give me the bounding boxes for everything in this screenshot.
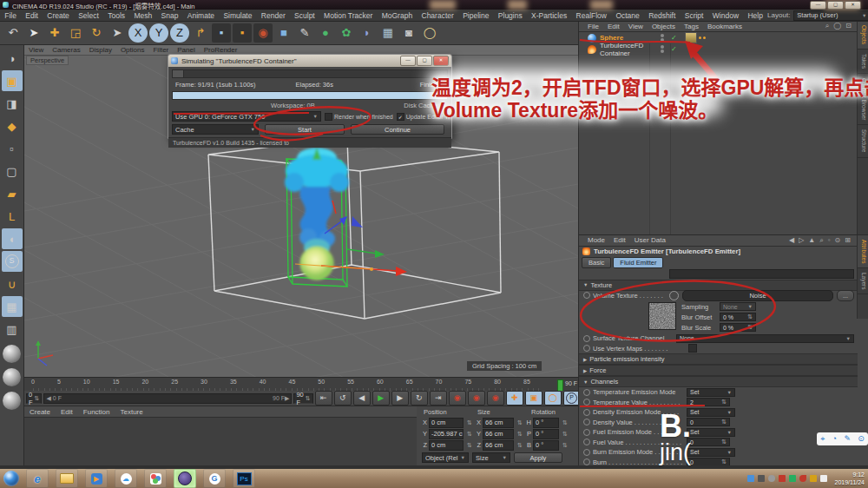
points-mode-icon[interactable]: ▫ <box>2 138 23 159</box>
sampling-select[interactable]: None▼ <box>720 302 756 311</box>
forward-icon[interactable]: ▷ <box>798 236 805 245</box>
lock-z-icon[interactable]: Z <box>170 23 189 43</box>
screenshot-toolbar[interactable]: ⌖◔✎⊙ <box>817 432 868 445</box>
attribute-tab[interactable]: Fluid Emitter <box>613 257 663 268</box>
material-sphere-icon[interactable] <box>3 392 21 410</box>
dialog-titlebar[interactable]: Simulating "TurbulenceFD Container" — ▢ … <box>168 55 451 67</box>
menu-item[interactable]: MoGraph <box>378 11 418 20</box>
menu-item[interactable]: Simulate <box>219 11 256 20</box>
taskbar-qq-browser[interactable]: ☁ <box>115 469 137 488</box>
anim-dot-icon[interactable] <box>583 292 590 299</box>
panel-tab[interactable]: Structure <box>858 125 868 157</box>
taskbar-app[interactable] <box>144 469 167 488</box>
om-menu-item[interactable]: Bookmarks <box>703 23 746 30</box>
dialog-close-button[interactable]: ✕ <box>433 56 449 66</box>
channel-value-field[interactable]: 2⇅ <box>687 398 730 406</box>
deformer-icon[interactable]: ◗ <box>358 23 377 43</box>
model-mode-icon[interactable]: ▣ <box>2 70 23 91</box>
texture-mode-icon[interactable]: ◨ <box>2 93 23 114</box>
filter-icon[interactable]: ◯ <box>832 22 842 30</box>
menu-item[interactable]: Create <box>43 11 74 20</box>
taskbar-cinema4d[interactable] <box>174 469 196 488</box>
render-picture-viewer-icon[interactable]: ▪ <box>233 23 252 43</box>
menu-item[interactable]: Redshift <box>644 11 681 20</box>
layout-select[interactable]: Startup (User)▼ <box>793 10 868 21</box>
am-menu-item[interactable]: Mode <box>583 236 609 244</box>
menu-item[interactable]: Sculpt <box>290 11 319 20</box>
snap-icon[interactable]: S <box>2 251 23 272</box>
channel-mode-select[interactable]: Set▼ <box>687 388 735 397</box>
menu-item[interactable]: Snap <box>156 11 182 20</box>
menu-item[interactable]: X-Particles <box>527 11 571 20</box>
material-menu-item[interactable]: Edit <box>56 408 78 416</box>
clock[interactable]: 9:12 2019/11/24 <box>831 471 865 486</box>
channel-mode-select[interactable]: Set▼ <box>687 428 735 437</box>
viewport-menu-item[interactable]: Cameras <box>48 46 84 54</box>
material-menu-item[interactable]: Function <box>78 408 115 416</box>
panel-tab[interactable]: Takes <box>858 49 868 74</box>
coord-mode-select[interactable]: Object (Rel▼ <box>422 452 469 463</box>
tfd-simulation-dialog[interactable]: Simulating "TurbulenceFD Container" — ▢ … <box>168 54 452 139</box>
volume-texture-shader[interactable]: Noise <box>682 290 833 301</box>
position-field[interactable]: 0 cm <box>429 440 464 451</box>
frame-range-slider[interactable]: ◀0 F 90 F▶ <box>43 393 292 404</box>
key-position-button[interactable]: ✚ <box>506 391 523 406</box>
material-menu-item[interactable]: Create <box>24 408 56 416</box>
rotation-field[interactable]: 0 ° <box>533 429 559 439</box>
prev-key-button[interactable]: ◀ <box>353 391 371 406</box>
record-button[interactable]: ◉ <box>449 391 466 406</box>
viewport-menu-item[interactable]: Panel <box>173 46 199 54</box>
loop-mode-button[interactable]: ↺ <box>334 391 352 406</box>
panel-tab[interactable]: Objects <box>858 21 868 49</box>
dialog-maximize-button[interactable]: ▢ <box>417 56 432 66</box>
om-menu-item[interactable]: Tags <box>680 23 703 30</box>
use-vertex-maps-checkbox[interactable] <box>688 344 697 353</box>
tray-icon[interactable] <box>779 475 786 482</box>
go-start-button[interactable]: ⇤ <box>315 391 332 406</box>
render-when-finished-checkbox[interactable]: Render when finished <box>325 113 393 121</box>
light-icon[interactable]: ◯ <box>420 23 439 43</box>
lock-workplane-icon[interactable]: ▦ <box>2 296 23 317</box>
TurbulenceFD Container[interactable]: TurbulenceFD Container ✓ <box>579 43 868 55</box>
position-field[interactable]: -205.987 cm <box>429 429 464 439</box>
polygons-mode-icon[interactable]: ▰ <box>2 183 23 204</box>
menu-item[interactable]: Animate <box>183 11 220 20</box>
viewport-menu-item[interactable]: Filter <box>148 46 173 54</box>
channel-mode-select[interactable]: Set▼ <box>687 408 735 417</box>
edges-mode-icon[interactable]: ▢ <box>2 161 23 181</box>
apply-button[interactable]: Apply <box>514 452 562 463</box>
size-field[interactable]: 66 cm <box>483 418 514 428</box>
tray-icon[interactable] <box>768 475 775 482</box>
coord-system-icon[interactable]: ↱ <box>191 23 210 43</box>
channel-value-field[interactable]: 0⇅ <box>687 418 730 426</box>
menu-item[interactable]: Mesh <box>129 11 156 20</box>
om-menu-item[interactable]: Objects <box>648 23 680 30</box>
coord-size-select[interactable]: Size▼ <box>472 452 510 463</box>
new-panel-icon[interactable]: ⊞ <box>844 236 852 245</box>
section-channels[interactable]: ▼Channels <box>579 376 858 387</box>
keyframe-selection-button[interactable]: ◉ <box>487 391 504 406</box>
surface-texture-select[interactable]: None▼ <box>676 334 854 343</box>
tfd-emitter-tag-icon[interactable] <box>685 32 697 43</box>
blur-offset-field[interactable]: 0 %⇅ <box>720 313 756 321</box>
start-button[interactable] <box>3 471 19 486</box>
menu-item[interactable]: Window <box>708 11 744 20</box>
lock-icon[interactable]: ◦ <box>827 236 832 245</box>
move-icon[interactable]: ✚ <box>45 23 64 43</box>
size-field[interactable]: 66 cm <box>483 429 514 439</box>
section-particle-emission[interactable]: ▶Particle emission intensity <box>579 353 858 365</box>
menu-item[interactable]: Script <box>681 11 708 20</box>
play-button[interactable]: ▶ <box>372 391 390 406</box>
material-sphere-icon[interactable] <box>3 345 21 363</box>
axis-mode-icon[interactable]: L <box>2 206 23 227</box>
menu-item[interactable]: Tools <box>103 11 129 20</box>
rotate-icon[interactable]: ↻ <box>87 23 106 43</box>
section-force[interactable]: ▶Force <box>579 365 858 376</box>
flag-icon[interactable] <box>810 475 817 482</box>
menu-item[interactable]: Edit <box>21 11 43 20</box>
material-sphere-icon[interactable] <box>3 368 21 386</box>
camera-icon[interactable]: ◙ <box>399 23 418 43</box>
am-menu-item[interactable]: Edit <box>609 236 630 244</box>
make-editable-icon[interactable]: ◑ <box>2 48 23 69</box>
viewport-menu-item[interactable]: Display <box>85 46 116 54</box>
